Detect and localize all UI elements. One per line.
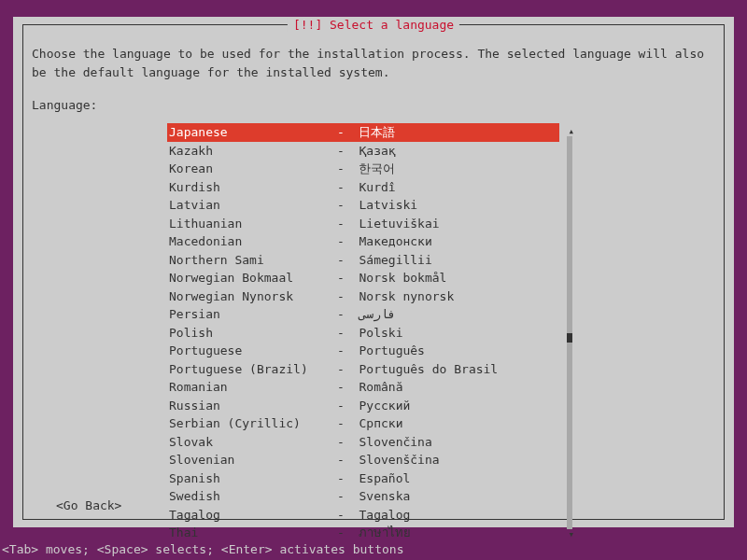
language-option[interactable]: Spanish - Español [167, 469, 559, 488]
language-option[interactable]: Kurdish - Kurdî [167, 178, 559, 197]
language-option[interactable]: Slovenian - Slovenščina [167, 451, 559, 469]
language-option[interactable]: Portuguese (Brazil) - Português do Brasi… [167, 360, 559, 379]
go-back-button[interactable]: <Go Back> [56, 498, 121, 512]
language-option[interactable]: Japanese - 日本語 [167, 123, 559, 142]
language-option[interactable]: Kazakh - Қазақ [167, 142, 559, 161]
language-option[interactable]: Persian - فارسی [167, 305, 559, 324]
dialog-title: [!!] Select a language [288, 18, 459, 32]
scrollbar-thumb[interactable] [567, 333, 572, 343]
language-dialog: [!!] Select a language Choose the langua… [13, 17, 734, 527]
language-option[interactable]: Tagalog - Tagalog [167, 506, 559, 525]
scroll-down-icon[interactable]: ▾ [568, 528, 574, 540]
language-option[interactable]: Slovak - Slovenčina [167, 433, 559, 452]
language-option[interactable]: Macedonian - Македонски [167, 232, 559, 251]
language-option[interactable]: Korean - 한국어 [167, 160, 559, 178]
language-option[interactable]: Thai - ภาษาไทย [167, 524, 559, 542]
instruction-text: Choose the language to be used for the i… [32, 45, 715, 81]
language-option[interactable]: Lithuanian - Lietuviškai [167, 215, 559, 233]
language-option[interactable]: Russian - Русский [167, 397, 559, 415]
language-option[interactable]: Norwegian Bokmaal - Norsk bokmål [167, 269, 559, 287]
language-label: Language: [32, 98, 715, 112]
language-option[interactable]: Portuguese - Português [167, 342, 559, 360]
language-option[interactable]: Northern Sami - Sámegillii [167, 251, 559, 270]
language-list[interactable]: ▴ Japanese - 日本語Kazakh - ҚазақKorean - 한… [167, 123, 559, 542]
language-option[interactable]: Polish - Polski [167, 324, 559, 343]
language-option[interactable]: Serbian (Cyrillic) - Српски [167, 414, 559, 433]
language-option[interactable]: Romanian - Română [167, 378, 559, 397]
language-option[interactable]: Norwegian Nynorsk - Norsk nynorsk [167, 287, 559, 306]
language-option[interactable]: Latvian - Latviski [167, 196, 559, 215]
language-option[interactable]: Swedish - Svenska [167, 487, 559, 506]
dialog-content: Choose the language to be used for the i… [32, 45, 715, 542]
footer-hint: <Tab> moves; <Space> selects; <Enter> ac… [2, 542, 403, 556]
